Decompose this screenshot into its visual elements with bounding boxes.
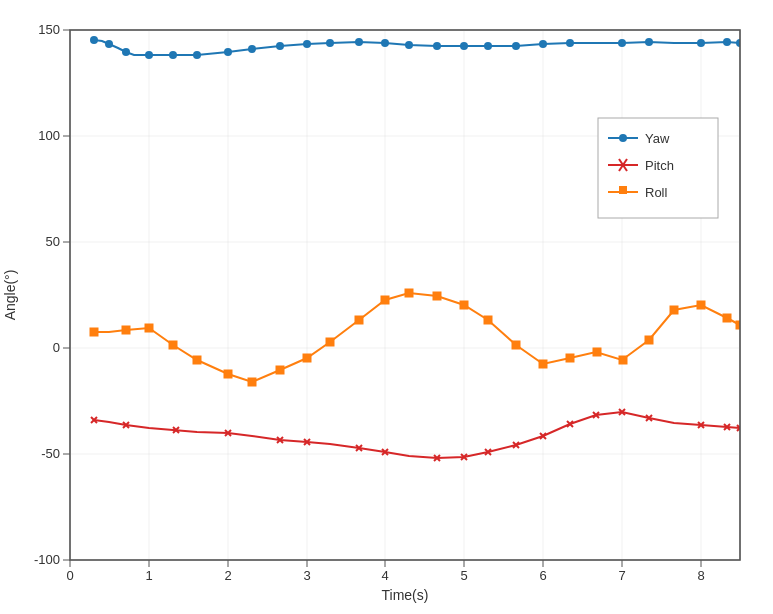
svg-rect-147 [619,186,627,194]
svg-rect-106 [303,354,311,362]
svg-rect-103 [224,370,232,378]
svg-rect-119 [645,336,653,344]
svg-point-36 [145,51,153,59]
svg-rect-112 [460,301,468,309]
svg-rect-120 [670,306,678,314]
svg-point-142 [619,134,627,142]
svg-point-38 [193,51,201,59]
svg-rect-114 [512,341,520,349]
svg-point-56 [723,38,731,46]
svg-text:-50: -50 [41,446,60,461]
svg-text:4: 4 [381,568,388,583]
svg-rect-118 [619,356,627,364]
svg-text:100: 100 [38,128,60,143]
svg-point-47 [433,42,441,50]
svg-rect-108 [355,316,363,324]
svg-point-45 [381,39,389,47]
svg-point-34 [105,40,113,48]
svg-point-42 [303,40,311,48]
legend-yaw-label: Yaw [645,131,670,146]
svg-point-39 [224,48,232,56]
svg-point-35 [122,48,130,56]
svg-rect-117 [593,348,601,356]
svg-point-55 [697,39,705,47]
svg-rect-110 [405,289,413,297]
svg-text:3: 3 [303,568,310,583]
svg-rect-111 [433,292,441,300]
svg-text:1: 1 [145,568,152,583]
svg-rect-102 [193,356,201,364]
svg-rect-121 [697,301,705,309]
svg-text:50: 50 [46,234,60,249]
svg-rect-107 [326,338,334,346]
svg-rect-98 [90,328,98,336]
svg-rect-113 [484,316,492,324]
svg-point-48 [460,42,468,50]
svg-point-41 [276,42,284,50]
svg-text:2: 2 [224,568,231,583]
svg-point-53 [618,39,626,47]
svg-point-43 [326,39,334,47]
svg-point-54 [645,38,653,46]
svg-rect-99 [122,326,130,334]
svg-point-52 [566,39,574,47]
svg-rect-122 [723,314,731,322]
svg-point-40 [248,45,256,53]
svg-rect-115 [539,360,547,368]
svg-point-44 [355,38,363,46]
svg-point-37 [169,51,177,59]
svg-point-49 [484,42,492,50]
svg-text:-100: -100 [34,552,60,567]
chart-container: 150 100 50 0 -50 -100 0 1 2 3 4 5 6 7 8 … [0,0,773,614]
svg-rect-109 [381,296,389,304]
svg-text:7: 7 [618,568,625,583]
svg-rect-104 [248,378,256,386]
svg-text:8: 8 [697,568,704,583]
svg-text:0: 0 [66,568,73,583]
svg-text:5: 5 [460,568,467,583]
svg-point-50 [512,42,520,50]
svg-point-51 [539,40,547,48]
svg-rect-100 [145,324,153,332]
legend-pitch-label: Pitch [645,158,674,173]
svg-point-33 [90,36,98,44]
svg-text:6: 6 [539,568,546,583]
x-axis-label: Time(s) [382,587,429,603]
svg-point-46 [405,41,413,49]
svg-text:150: 150 [38,22,60,37]
svg-text:0: 0 [53,340,60,355]
svg-rect-101 [169,341,177,349]
svg-rect-105 [276,366,284,374]
legend-roll-label: Roll [645,185,668,200]
y-axis-label: Angle(°) [2,270,18,321]
svg-rect-116 [566,354,574,362]
